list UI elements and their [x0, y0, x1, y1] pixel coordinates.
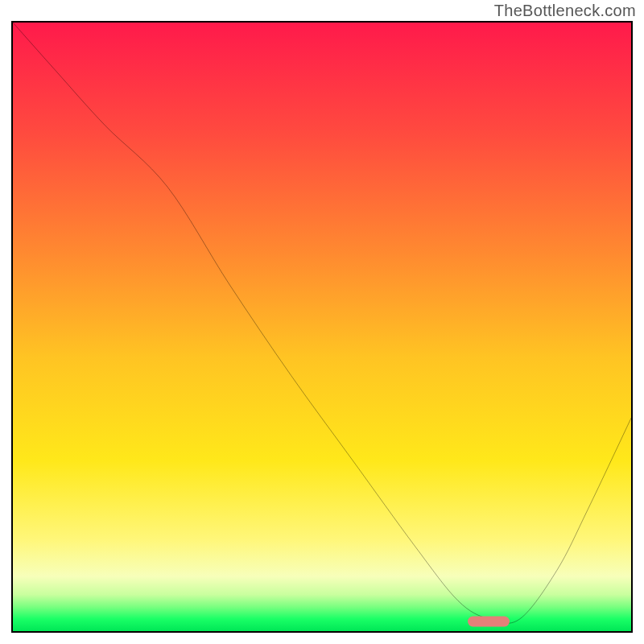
- curve-path: [13, 23, 631, 623]
- optimal-range-marker: [468, 616, 510, 626]
- bottleneck-curve-line: [13, 23, 631, 631]
- plot-frame: [11, 21, 633, 633]
- watermark-text: TheBottleneck.com: [494, 2, 636, 20]
- chart-container: TheBottleneck.com: [0, 0, 644, 644]
